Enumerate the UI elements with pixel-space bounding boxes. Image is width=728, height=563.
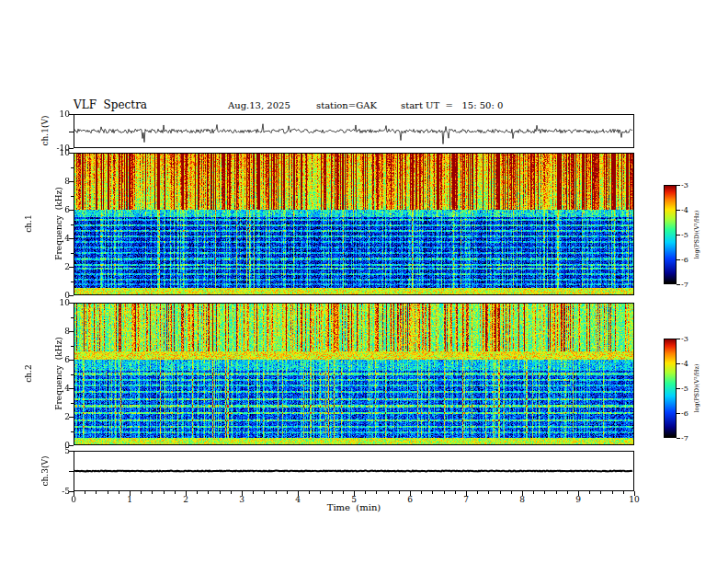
tick-label: 2 [40, 262, 70, 271]
ylabel-ch2-spectrogram: ch.2 Frequency (kHz) [4, 337, 85, 409]
colorbar-ch2-canvas [665, 339, 676, 437]
panel-ch1-waveform [74, 114, 634, 148]
tick-label: 6 [399, 495, 421, 504]
tick-label: -7 [681, 281, 700, 289]
tick-mark [511, 491, 512, 494]
tick-mark [612, 491, 613, 494]
tick-mark [677, 235, 680, 236]
tick-label: -5 [681, 385, 700, 393]
tick-mark [309, 491, 310, 494]
tick-label: 5 [40, 446, 70, 455]
colorbar-ch1 [664, 185, 677, 284]
panel-ch2-spectrogram [74, 303, 634, 445]
tick-mark [71, 224, 74, 225]
tick-label: 3 [231, 495, 253, 504]
tick-mark [677, 259, 680, 260]
tick-label: 4 [40, 234, 70, 243]
tick-mark [71, 282, 74, 282]
ylabel-ch1-waveform: ch.1(V) [40, 116, 50, 146]
tick-mark [600, 491, 601, 494]
tick-label: -5 [681, 231, 700, 239]
tick-label: -3 [681, 181, 700, 190]
vlf-spectra-figure: VLF Spectra Aug.13, 2025 station=GAK sta… [0, 0, 728, 563]
tick-label: -3 [681, 335, 700, 343]
tick-label: 5 [343, 495, 365, 504]
tick-label: 4 [40, 384, 70, 393]
tick-mark [332, 491, 333, 494]
tick-mark [343, 491, 344, 494]
tick-label: -4 [681, 206, 700, 214]
tick-mark [71, 374, 74, 375]
tick-mark [152, 491, 153, 494]
tick-mark [556, 491, 557, 494]
tick-mark [71, 196, 74, 197]
tick-mark [533, 491, 534, 494]
figure-start-ut: start UT = 15: 50: 0 [401, 100, 503, 110]
tick-mark [432, 491, 433, 494]
ylabel-ch1-line2: Frequency (kHz) [54, 187, 64, 259]
tick-label: -6 [681, 409, 700, 418]
tick-label: 0 [63, 495, 85, 504]
tick-label: 8 [40, 327, 70, 336]
tick-mark [500, 491, 501, 494]
tick-mark [108, 491, 108, 494]
tick-label: 8 [40, 177, 70, 186]
figure-title: VLF Spectra [74, 98, 147, 111]
tick-mark [220, 491, 221, 494]
tick-mark [677, 339, 680, 339]
tick-label: 10 [40, 298, 70, 307]
tick-mark [444, 491, 445, 494]
tick-label: 10 [40, 109, 70, 119]
ylabel-ch2-line2: Frequency (kHz) [54, 337, 64, 409]
ch2-spectrogram-canvas [74, 304, 633, 444]
ch3-waveform-canvas [74, 452, 633, 490]
ch1-spectrogram-canvas [74, 154, 633, 294]
ylabel-ch2-line1: ch.2 [24, 337, 34, 409]
tick-mark [477, 491, 478, 494]
tick-label: 10 [40, 148, 70, 157]
tick-label: 9 [567, 495, 589, 504]
figure-station: station=GAK [316, 100, 377, 110]
tick-mark [677, 413, 680, 414]
tick-mark [399, 491, 400, 494]
tick-label: -6 [681, 256, 700, 264]
tick-mark [320, 491, 321, 494]
tick-mark [69, 132, 74, 132]
tick-mark [253, 491, 254, 494]
tick-mark [276, 491, 277, 494]
tick-mark [119, 491, 119, 494]
tick-mark [589, 491, 590, 494]
ch1-waveform-canvas [74, 115, 633, 147]
tick-mark [365, 491, 366, 494]
tick-mark [567, 491, 568, 494]
tick-mark [677, 210, 680, 211]
tick-mark [421, 491, 422, 494]
tick-label: 7 [455, 495, 477, 504]
tick-mark [287, 491, 288, 494]
tick-mark [677, 438, 680, 439]
tick-mark [85, 491, 85, 494]
tick-mark [623, 491, 624, 494]
tick-label: 8 [511, 495, 533, 504]
tick-label: 10 [623, 495, 645, 504]
tick-mark [96, 491, 97, 494]
colorbar-ch1-canvas [665, 186, 676, 283]
tick-mark [71, 346, 74, 347]
tick-label: 1 [119, 495, 141, 504]
tick-mark [264, 491, 265, 494]
tick-label: -7 [681, 434, 700, 442]
tick-mark [376, 491, 377, 494]
tick-mark [71, 403, 74, 404]
tick-mark [677, 388, 680, 389]
tick-mark [455, 491, 456, 494]
colorbar-ch2 [664, 339, 677, 438]
tick-mark [388, 491, 389, 494]
ylabel-ch1-spectrogram: ch.1 Frequency (kHz) [4, 187, 85, 259]
tick-mark [71, 253, 74, 254]
tick-mark [488, 491, 489, 494]
tick-label: -4 [681, 360, 700, 368]
panel-ch3-waveform [74, 451, 634, 491]
tick-mark [69, 471, 74, 472]
tick-mark [544, 491, 545, 494]
tick-mark [141, 491, 142, 494]
